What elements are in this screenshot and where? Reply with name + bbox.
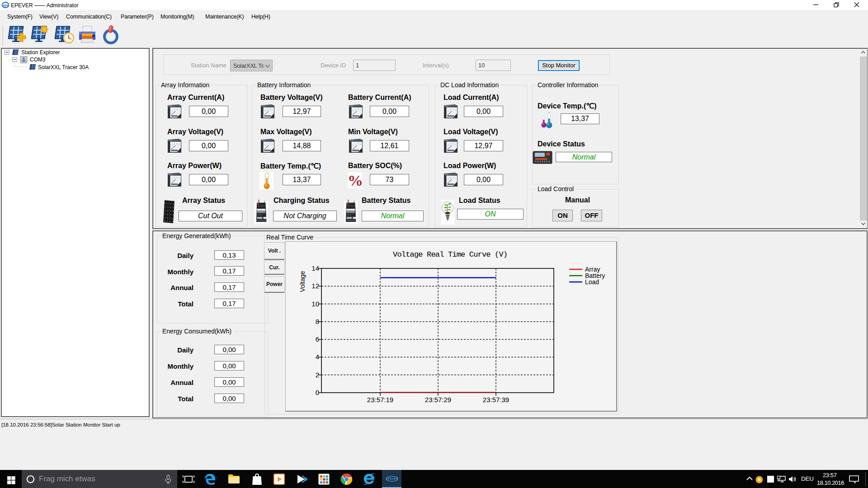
svg-text:2: 2 — [316, 371, 319, 379]
svg-text:EPEVER: EPEVER — [386, 477, 398, 480]
svg-text:Voltage: Voltage — [299, 271, 306, 292]
svg-text:10: 10 — [311, 300, 319, 308]
svg-text:4: 4 — [316, 353, 319, 361]
svg-text:12: 12 — [311, 282, 319, 290]
svg-text:8: 8 — [316, 318, 319, 325]
svg-text:23:57:29: 23:57:29 — [425, 396, 451, 404]
svg-text:eps: eps — [3, 4, 8, 7]
svg-text:23:57:39: 23:57:39 — [483, 396, 509, 404]
svg-text:%: % — [348, 172, 363, 188]
svg-text:14: 14 — [311, 264, 319, 272]
svg-text:0: 0 — [316, 389, 319, 396]
svg-text:23:57:19: 23:57:19 — [367, 396, 393, 404]
svg-text:6: 6 — [316, 335, 319, 343]
svg-text:Load: Load — [585, 278, 599, 286]
svg-text:Voltage Real Time Curve (V): Voltage Real Time Curve (V) — [393, 250, 508, 259]
